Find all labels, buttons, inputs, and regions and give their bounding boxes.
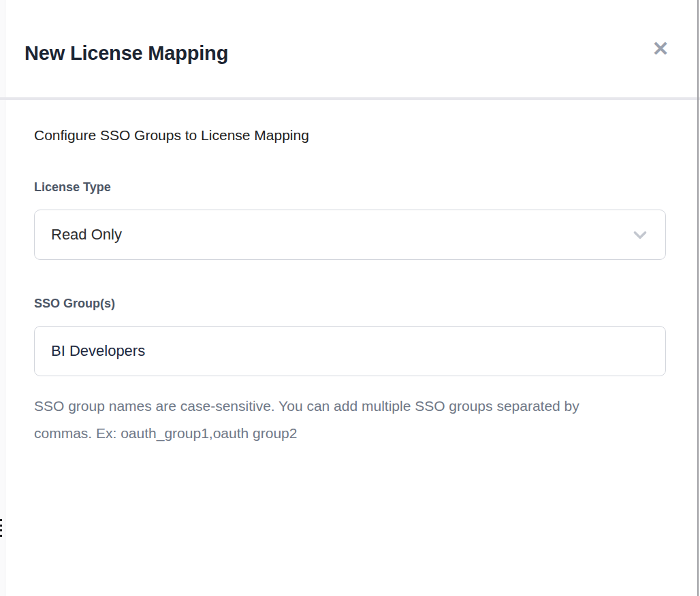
sso-groups-input[interactable] [34, 326, 666, 376]
license-type-selected-value: Read Only [51, 226, 122, 244]
sso-groups-help-text: SSO group names are case-sensitive. You … [34, 393, 633, 447]
license-type-field-group: License Type Read Only [34, 180, 670, 260]
header-divider [0, 97, 700, 100]
dialog-subtitle: Configure SSO Groups to License Mapping [34, 127, 670, 144]
dialog-body: Configure SSO Groups to License Mapping … [5, 97, 699, 447]
close-button[interactable]: ✕ [647, 35, 674, 63]
sso-groups-field-group: SSO Group(s) SSO group names are case-se… [34, 297, 670, 447]
new-license-mapping-dialog: New License Mapping ✕ Configure SSO Grou… [5, 0, 699, 596]
window-right-border [697, 0, 699, 596]
dialog-header: New License Mapping ✕ [5, 0, 699, 97]
license-type-label: License Type [34, 180, 670, 195]
sso-groups-label: SSO Group(s) [34, 297, 670, 311]
background-page-strip [0, 0, 5, 596]
close-icon: ✕ [652, 39, 669, 59]
license-type-select[interactable]: Read Only [34, 210, 666, 260]
background-list-icon-fragment [0, 519, 3, 537]
dialog-title: New License Mapping [25, 42, 228, 65]
chevron-down-icon [631, 226, 649, 244]
